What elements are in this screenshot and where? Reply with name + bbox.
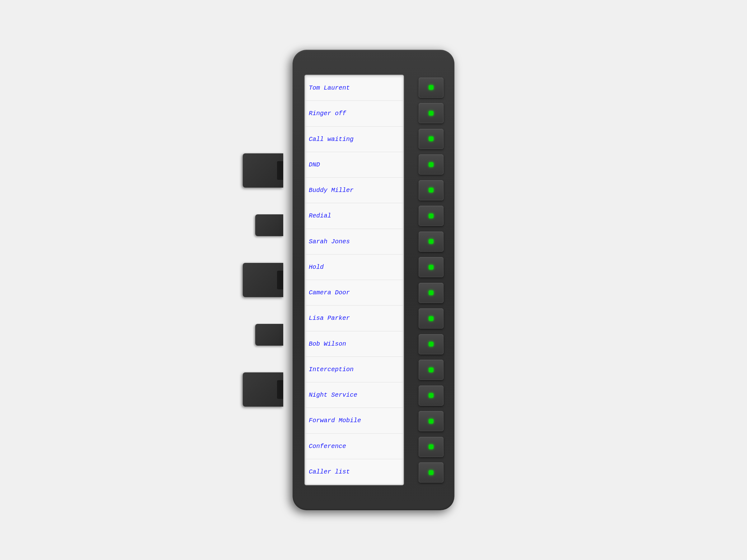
mount-tab-bottom (243, 372, 283, 407)
key-led-11 (429, 368, 433, 372)
key-row-13: Forward Mobile (305, 408, 403, 433)
key-led-7 (429, 265, 433, 269)
key-button-5[interactable] (419, 206, 443, 226)
key-button-12[interactable] (419, 385, 443, 406)
key-row-9: Lisa Parker (305, 305, 403, 331)
key-row-15: Caller list (305, 459, 403, 485)
key-row-5: Redial (305, 203, 403, 229)
key-button-11[interactable] (419, 359, 443, 380)
key-button-1[interactable] (419, 103, 443, 123)
key-led-3 (429, 162, 433, 167)
key-label-1: Ringer off (309, 110, 346, 117)
key-button-14[interactable] (419, 437, 443, 457)
key-button-7[interactable] (419, 257, 443, 277)
key-row-1: Ringer off (305, 101, 403, 126)
key-row-4: Buddy Miller (305, 178, 403, 203)
key-row-10: Bob Wilson (305, 331, 403, 357)
key-label-3: DND (309, 161, 320, 168)
key-button-9[interactable] (419, 308, 443, 328)
mount-tab-middle-top (255, 214, 283, 236)
key-button-15[interactable] (419, 462, 443, 483)
key-label-8: Camera Door (309, 289, 350, 296)
key-led-12 (429, 393, 433, 398)
key-led-15 (429, 471, 433, 475)
key-led-2 (429, 137, 433, 141)
key-label-0: Tom Laurent (309, 84, 350, 91)
key-led-13 (429, 419, 433, 423)
key-led-1 (429, 111, 433, 115)
key-label-5: Redial (309, 212, 331, 219)
key-row-7: Hold (305, 255, 403, 280)
key-led-5 (429, 214, 433, 218)
key-led-14 (429, 445, 433, 449)
device-body: Tom LaurentRinger offCall waitingDNDBudd… (292, 50, 455, 510)
key-label-10: Bob Wilson (309, 340, 346, 348)
key-led-10 (429, 342, 433, 346)
key-button-3[interactable] (419, 154, 443, 175)
key-led-6 (429, 239, 433, 244)
key-row-12: Night Service (305, 382, 403, 408)
mount-bracket (233, 140, 283, 420)
key-label-6: Sarah Jones (309, 238, 350, 245)
key-row-8: Camera Door (305, 280, 403, 305)
key-label-11: Interception (309, 366, 354, 373)
key-button-0[interactable] (419, 77, 443, 98)
key-button-13[interactable] (419, 411, 443, 431)
key-led-8 (429, 291, 433, 295)
key-row-6: Sarah Jones (305, 229, 403, 255)
key-screen: Tom LaurentRinger offCall waitingDNDBudd… (304, 75, 404, 485)
device-scene: Tom LaurentRinger offCall waitingDNDBudd… (233, 31, 514, 529)
key-label-7: Hold (309, 264, 324, 271)
key-row-0: Tom Laurent (305, 75, 403, 101)
key-label-15: Caller list (309, 468, 350, 475)
key-label-12: Night Service (309, 391, 357, 399)
key-label-4: Buddy Miller (309, 187, 354, 194)
key-button-4[interactable] (419, 180, 443, 201)
key-button-2[interactable] (419, 129, 443, 149)
key-led-0 (429, 85, 433, 89)
mount-tab-middle-bottom (255, 324, 283, 346)
key-button-6[interactable] (419, 232, 443, 252)
key-label-14: Conference (309, 443, 346, 450)
key-led-9 (429, 316, 433, 321)
button-column (417, 75, 445, 485)
key-button-10[interactable] (419, 334, 443, 354)
key-row-2: Call waiting (305, 127, 403, 152)
mount-tab-middle (243, 263, 283, 297)
key-label-2: Call waiting (309, 136, 354, 143)
mount-tab-top (243, 153, 283, 188)
key-label-9: Lisa Parker (309, 315, 350, 322)
key-button-8[interactable] (419, 283, 443, 303)
key-row-3: DND (305, 152, 403, 178)
key-row-14: Conference (305, 434, 403, 459)
key-row-11: Interception (305, 357, 403, 382)
key-led-4 (429, 188, 433, 192)
key-label-13: Forward Mobile (309, 417, 361, 424)
